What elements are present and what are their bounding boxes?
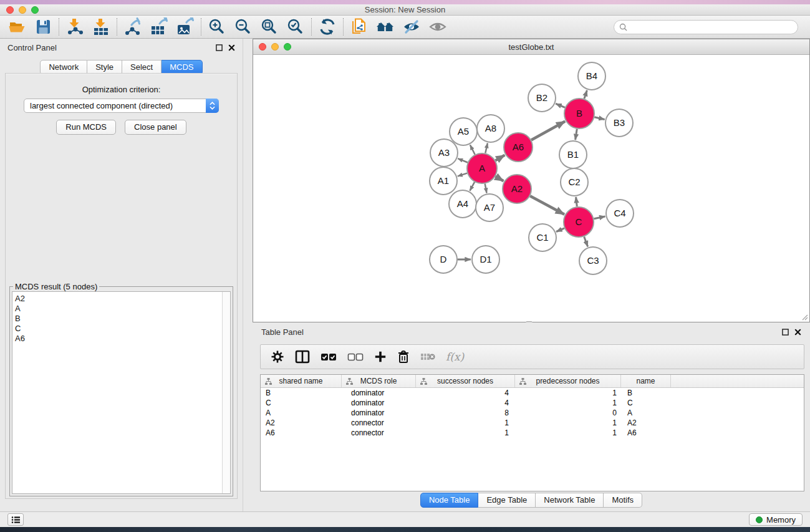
import-table-icon[interactable] bbox=[92, 17, 110, 36]
edge-B-B2[interactable] bbox=[556, 104, 565, 107]
cell-successor-nodes[interactable]: 1 bbox=[416, 418, 515, 428]
table-row-b[interactable]: Bdominator41B bbox=[261, 388, 804, 398]
edge-B-B3[interactable] bbox=[594, 117, 604, 120]
select-all-icon[interactable] bbox=[321, 353, 337, 361]
cell-shared-name[interactable]: C bbox=[261, 398, 342, 408]
close-panel-button[interactable]: Close panel bbox=[125, 120, 186, 135]
run-mcds-button[interactable]: Run MCDS bbox=[56, 120, 116, 135]
result-item-a6[interactable]: A6 bbox=[15, 334, 230, 344]
cell-predecessor-nodes[interactable]: 1 bbox=[515, 388, 621, 398]
cell-shared-name[interactable]: A bbox=[261, 408, 342, 418]
table-settings-icon[interactable] bbox=[271, 350, 284, 364]
save-session-icon[interactable] bbox=[34, 17, 52, 36]
column-header-mcds-role[interactable]: MCDS role bbox=[342, 375, 416, 387]
cell-name[interactable]: A6 bbox=[621, 428, 671, 438]
result-item-a2[interactable]: A2 bbox=[15, 294, 230, 304]
edge-A2-C[interactable] bbox=[530, 196, 564, 214]
search-field[interactable] bbox=[614, 20, 798, 34]
window-resize-grip[interactable] bbox=[801, 313, 808, 321]
tab-motifs[interactable]: Motifs bbox=[604, 493, 642, 508]
edge-A-A3[interactable] bbox=[458, 158, 468, 162]
edge-A-A5[interactable] bbox=[470, 145, 475, 154]
apply-layout-icon[interactable] bbox=[318, 17, 337, 36]
column-header-predecessor-nodes[interactable]: predecessor nodes bbox=[515, 375, 621, 387]
float-panel-icon[interactable] bbox=[782, 329, 789, 336]
edge-A-A7[interactable] bbox=[485, 184, 487, 193]
task-history-button[interactable] bbox=[7, 513, 24, 526]
memory-button[interactable]: Memory bbox=[749, 513, 803, 526]
show-details-icon[interactable] bbox=[428, 17, 447, 36]
edge-A-A2[interactable] bbox=[496, 177, 504, 181]
cell-mcds-role[interactable]: dominator bbox=[342, 388, 416, 398]
edge-A-A1[interactable] bbox=[458, 173, 467, 177]
search-input[interactable] bbox=[630, 22, 793, 31]
cell-successor-nodes[interactable]: 1 bbox=[416, 428, 515, 438]
cell-shared-name[interactable]: B bbox=[261, 388, 342, 398]
cell-predecessor-nodes[interactable]: 1 bbox=[515, 428, 621, 438]
zoom-in-icon[interactable] bbox=[208, 17, 226, 36]
cell-predecessor-nodes[interactable]: 1 bbox=[515, 398, 621, 408]
float-panel-icon[interactable] bbox=[216, 44, 223, 51]
cell-mcds-role[interactable]: dominator bbox=[342, 408, 416, 418]
cell-shared-name[interactable]: A6 bbox=[261, 428, 342, 438]
cell-mcds-role[interactable]: connector bbox=[342, 418, 416, 428]
edge-A6-B[interactable] bbox=[531, 122, 565, 140]
cell-predecessor-nodes[interactable]: 1 bbox=[515, 418, 621, 428]
column-header-successor-nodes[interactable]: successor nodes bbox=[416, 375, 515, 387]
edge-C-C4[interactable] bbox=[594, 216, 605, 219]
cell-name[interactable]: A bbox=[621, 408, 671, 418]
cell-shared-name[interactable]: A2 bbox=[261, 418, 342, 428]
table-row-c[interactable]: Cdominator41C bbox=[261, 398, 804, 408]
table-row-a6[interactable]: A6connector11A6 bbox=[261, 428, 804, 438]
export-table-icon[interactable] bbox=[150, 17, 168, 36]
result-item-a[interactable]: A bbox=[15, 304, 230, 314]
cell-successor-nodes[interactable]: 4 bbox=[416, 388, 515, 398]
column-visibility-icon[interactable] bbox=[295, 350, 310, 364]
network-canvas[interactable]: B4B2BB3A5A8A6A3AB1A1C2A4A7A2CC4C1C3DD1 bbox=[253, 55, 809, 322]
edge-A-A4[interactable] bbox=[470, 182, 475, 191]
network-window-titlebar[interactable]: testGlobe.txt bbox=[253, 39, 809, 55]
import-network-icon[interactable] bbox=[65, 17, 84, 36]
result-item-b[interactable]: B bbox=[15, 314, 230, 324]
cell-predecessor-nodes[interactable]: 0 bbox=[515, 408, 621, 418]
cell-successor-nodes[interactable]: 8 bbox=[416, 408, 515, 418]
table-row-a2[interactable]: A2connector11A2 bbox=[261, 418, 804, 428]
tab-network-table[interactable]: Network Table bbox=[536, 493, 604, 508]
export-network-icon[interactable] bbox=[123, 17, 142, 36]
cell-successor-nodes[interactable]: 4 bbox=[416, 398, 515, 408]
cell-name[interactable]: A2 bbox=[621, 418, 671, 428]
hide-details-icon[interactable] bbox=[402, 17, 421, 36]
edge-C-C2[interactable] bbox=[576, 197, 577, 206]
table-row-a[interactable]: Adominator80A bbox=[261, 408, 804, 418]
column-header-name[interactable]: name bbox=[621, 375, 671, 387]
export-image-icon[interactable] bbox=[176, 17, 195, 36]
tab-edge-table[interactable]: Edge Table bbox=[478, 493, 536, 508]
edge-C-C1[interactable] bbox=[556, 228, 564, 232]
result-list-scrollbar[interactable] bbox=[222, 292, 230, 493]
open-file-icon[interactable] bbox=[7, 17, 26, 36]
deselect-all-icon[interactable] bbox=[347, 353, 364, 361]
edge-C-C3[interactable] bbox=[584, 236, 588, 246]
delete-table-icon[interactable] bbox=[420, 352, 435, 361]
add-column-icon[interactable] bbox=[374, 351, 387, 363]
zoom-out-icon[interactable] bbox=[234, 17, 253, 36]
edge-A-A8[interactable] bbox=[485, 143, 488, 153]
mcds-result-list[interactable]: A2ABCA6 bbox=[12, 291, 231, 494]
optimization-criterion-dropdown[interactable]: largest connected component (directed) bbox=[24, 99, 219, 113]
tab-node-table[interactable]: Node Table bbox=[420, 493, 479, 508]
zoom-fit-icon[interactable] bbox=[260, 17, 279, 36]
cell-name[interactable]: C bbox=[621, 398, 671, 408]
cell-mcds-role[interactable]: dominator bbox=[342, 398, 416, 408]
home-icon[interactable] bbox=[376, 17, 395, 36]
cell-name[interactable]: B bbox=[621, 388, 671, 398]
edge-B-B4[interactable] bbox=[584, 90, 587, 99]
edge-A-A6[interactable] bbox=[496, 155, 505, 161]
edge-B-B1[interactable] bbox=[576, 129, 577, 140]
close-panel-icon[interactable] bbox=[228, 44, 235, 51]
delete-column-icon[interactable] bbox=[397, 350, 410, 364]
result-item-c[interactable]: C bbox=[15, 324, 230, 334]
cell-mcds-role[interactable]: connector bbox=[342, 428, 416, 438]
close-panel-icon[interactable] bbox=[794, 329, 801, 336]
network-graph[interactable]: B4B2BB3A5A8A6A3AB1A1C2A4A7A2CC4C1C3DD1 bbox=[253, 55, 809, 322]
clone-network-icon[interactable] bbox=[350, 17, 369, 36]
